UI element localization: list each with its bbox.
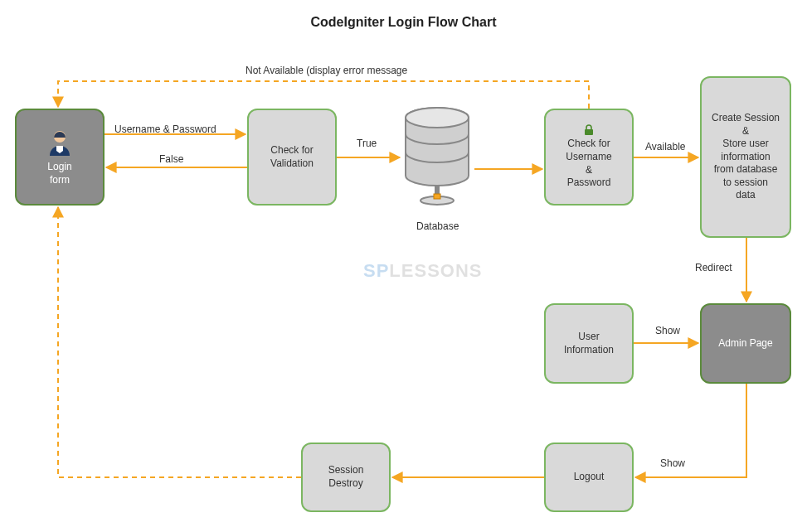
edge-label-available: Available	[645, 141, 685, 152]
database-icon	[401, 106, 473, 206]
person-icon	[45, 128, 75, 157]
node-label: SessionDestroy	[328, 464, 364, 490]
node-label: Check forUsername&Password	[566, 138, 611, 189]
node-label: Check forValidation	[270, 144, 314, 170]
edge-label-username-password: Username & Password	[114, 123, 216, 135]
edge-label-show2: Show	[660, 457, 685, 469]
node-label: Logout	[574, 471, 605, 484]
edge-label-true: True	[357, 138, 377, 149]
node-user-information: UserInformation	[544, 303, 634, 384]
node-label: Admin Page	[718, 337, 772, 351]
edge-label-show1: Show	[655, 325, 680, 336]
database-label: Database	[416, 220, 459, 232]
node-admin-page: Admin Page	[700, 303, 791, 384]
node-check-validation: Check forValidation	[247, 109, 337, 206]
node-session-destroy: SessionDestroy	[301, 443, 391, 512]
node-database	[401, 106, 473, 222]
node-label: Loginform	[47, 161, 71, 186]
edge-label-false: False	[159, 153, 183, 165]
watermark-text: LESSONS	[389, 260, 482, 281]
svg-rect-6	[585, 129, 593, 135]
edge-label-not-available: Not Available (display error message	[246, 65, 407, 76]
node-label: Create Session&Store userinformationfrom…	[712, 112, 780, 202]
edge-label-redirect: Redirect	[695, 262, 732, 273]
svg-rect-5	[434, 194, 440, 199]
lock-icon	[583, 124, 595, 136]
page-title: CodeIgniter Login Flow Chart	[0, 15, 807, 30]
node-create-session: Create Session&Store userinformationfrom…	[700, 76, 791, 238]
node-check-user-pass: Check forUsername&Password	[544, 109, 634, 206]
node-logout: Logout	[544, 443, 634, 512]
watermark: SPLESSONS	[363, 260, 483, 282]
node-label: UserInformation	[564, 331, 614, 356]
node-login-form: Loginform	[15, 109, 105, 206]
svg-point-2	[406, 108, 469, 128]
